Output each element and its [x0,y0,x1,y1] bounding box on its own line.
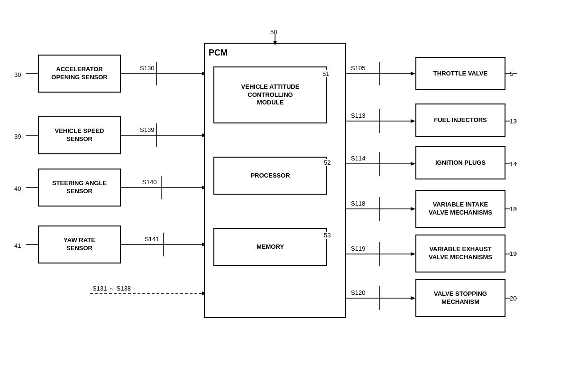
variable-intake-ref: 18 [510,206,516,213]
throttle-label: THROTTLE VALVE [433,70,487,78]
steering-label: STEERING ANGLESENSOR [52,179,107,196]
valve-stopping-label: VALVE STOPPINGMECHANISM [434,290,487,306]
processor-ref: 52 [324,159,331,166]
variable-intake-box: VARIABLE INTAKEVALVE MECHANISMS [415,190,505,228]
steering-ref: 40 [14,185,21,192]
fuel-label: FUEL INJECTORS [434,116,487,124]
yaw-rate-ref: 41 [14,242,21,249]
yaw-rate-box: YAW RATESENSOR [38,226,121,263]
svg-text:S131 ～ S138: S131 ～ S138 [92,285,131,292]
svg-marker-42 [411,207,415,211]
memory-ref: 53 [324,232,331,239]
vehicle-speed-box: VEHICLE SPEEDSENSOR [38,116,121,154]
yaw-rate-label: YAW RATESENSOR [64,236,95,253]
memory-box: MEMORY [213,228,327,266]
throttle-box: THROTTLE VALVE [415,57,505,90]
throttle-ref: 5 [510,70,513,77]
svg-text:S113: S113 [351,112,365,119]
processor-box: PROCESSOR [213,157,327,195]
svg-marker-52 [411,296,415,300]
vehicle-attitude-box: VEHICLE ATTITUDECONTROLLINGMODULE [213,66,327,123]
svg-text:S141: S141 [145,235,159,243]
fuel-ref: 13 [510,118,516,125]
accelerator-ref: 30 [14,71,21,78]
processor-label: PROCESSOR [250,172,290,180]
accelerator-box: ACCELERATOROPENING SENSOR [38,55,121,93]
fuel-box: FUEL INJECTORS [415,103,505,137]
svg-text:S119: S119 [351,245,365,252]
svg-marker-27 [411,72,415,75]
svg-marker-47 [411,252,415,256]
accelerator-label: ACCELERATOROPENING SENSOR [51,66,107,82]
vehicle-attitude-label: VEHICLE ATTITUDECONTROLLINGMODULE [241,83,300,107]
memory-label: MEMORY [257,243,284,251]
valve-stopping-ref: 20 [510,295,516,302]
valve-stopping-box: VALVE STOPPINGMECHANISM [415,279,505,317]
svg-text:S140: S140 [142,179,156,186]
vehicle-speed-ref: 39 [14,133,21,140]
svg-text:S114: S114 [351,155,365,162]
variable-exhaust-box: VARIABLE EXHAUSTVALVE MECHANISMS [415,235,505,273]
variable-intake-label: VARIABLE INTAKEVALVE MECHANISMS [429,201,492,217]
svg-text:S130: S130 [140,65,154,72]
pcm-ref: 50 [270,28,277,36]
vehicle-attitude-ref: 51 [322,70,329,77]
svg-text:S120: S120 [351,289,365,296]
steering-box: STEERING ANGLESENSOR [38,169,121,207]
svg-text:S139: S139 [140,126,154,133]
vehicle-speed-label: VEHICLE SPEEDSENSOR [55,127,104,143]
variable-exhaust-label: VARIABLE EXHAUSTVALVE MECHANISMS [429,245,492,262]
pcm-label: PCM [209,47,228,58]
svg-text:S105: S105 [351,65,365,72]
diagram: S130 S139 S140 S141 S131 ～ S138 S105 [0,0,588,376]
ignition-ref: 14 [510,160,516,168]
svg-marker-32 [411,119,415,123]
svg-marker-37 [411,162,415,166]
variable-exhaust-ref: 19 [510,250,516,257]
svg-text:S118: S118 [351,200,365,207]
ignition-box: IGNITION PLUGS [415,146,505,179]
ignition-label: IGNITION PLUGS [435,159,486,167]
